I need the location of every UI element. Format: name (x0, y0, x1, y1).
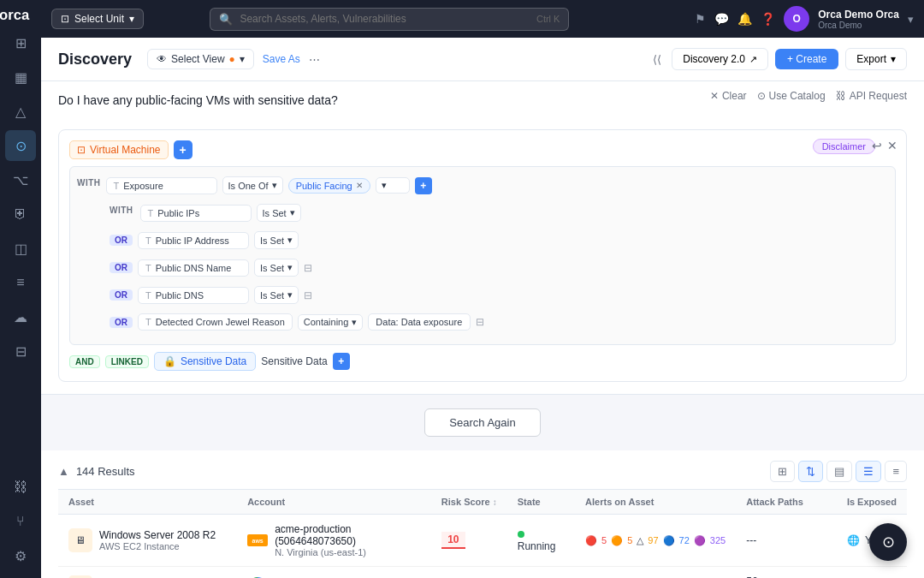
view-toggles: ⊞ ⇅ ▤ ☰ ≡ (770, 461, 907, 482)
crown-jewel-value[interactable]: Data: Data exposure (368, 313, 471, 331)
exposure-value-select[interactable]: ▾ (376, 177, 410, 194)
operator-chevron-icon: ▾ (287, 262, 293, 273)
sidebar-item-database[interactable]: ◫ (5, 233, 36, 264)
exposure-field[interactable]: T Exposure (106, 177, 217, 194)
remove-public-facing-button[interactable]: ✕ (356, 181, 363, 190)
filter-row: OR T Public IP Address Is Set ▾ (77, 229, 888, 252)
risk-score: 10 (441, 532, 465, 549)
monitor-icon: ⊡ (61, 13, 69, 25)
create-button[interactable]: + Create (775, 49, 838, 69)
floating-action-button[interactable]: ⊙ (869, 523, 907, 561)
global-search[interactable]: 🔍 Ctrl K (210, 8, 569, 31)
add-and-filter-button[interactable]: + (333, 353, 350, 370)
api-request-button[interactable]: ⛓ API Request (836, 90, 907, 102)
results-header: ▲ 144 Results ⊞ ⇅ ▤ ☰ ≡ (58, 450, 907, 490)
with-block: WITH T Exposure Is One Of ▾ Public Facin… (69, 166, 896, 345)
add-asset-type-button[interactable]: + (174, 140, 192, 159)
public-dns-operator[interactable]: Is Set ▾ (254, 286, 299, 304)
more-options-button[interactable]: ⋯ (309, 53, 320, 66)
sidebar-item-alerts[interactable]: △ (5, 96, 36, 127)
compare-view-button[interactable]: ⇅ (798, 461, 823, 482)
or-badge: OR (110, 289, 133, 301)
or-badge: OR (110, 235, 133, 246)
export-chevron-icon: ▾ (891, 53, 896, 65)
vm-icon: ⊡ (77, 144, 86, 156)
public-ips-field[interactable]: T Public IPs (140, 205, 252, 222)
collapse-results-button[interactable]: ▲ (58, 465, 69, 478)
sidebar-item-reports[interactable]: ≡ (5, 267, 36, 298)
operator-chevron-icon: ▾ (352, 317, 357, 328)
discovery-version-button[interactable]: Discovery 2.0 ↗ (672, 48, 768, 70)
alerts-cell: 🔴5 🟠5 △97 🔵72 🟣325 (585, 535, 726, 546)
text-icon: T (145, 263, 151, 273)
undo-button[interactable]: ↩ (872, 139, 882, 152)
sidebar-item-server[interactable]: ⊟ (5, 336, 36, 366)
exposure-operator[interactable]: Is One Of ▾ (222, 176, 283, 194)
query-question: Do I have any public-facing VMs with sen… (58, 93, 338, 107)
search-again-button[interactable]: Search Again (424, 408, 540, 437)
export-button[interactable]: Export ▾ (845, 48, 907, 70)
table-row[interactable]: 🖥 confluence-vm-win GCP Compute VM Insta… (58, 567, 907, 579)
query-actions: ✕ Clear ⊙ Use Catalog ⛓ API Request (710, 90, 907, 102)
svg-text:orca: orca (0, 7, 30, 23)
sidebar-item-search[interactable]: ⊙ (5, 130, 36, 161)
filter-row: OR T Public DNS Is Set ▾ ⊟ (77, 283, 888, 307)
public-ip-address-field[interactable]: T Public IP Address (138, 232, 249, 249)
operator-chevron-icon: ▾ (290, 207, 295, 218)
results-count: 144 Results (76, 465, 135, 478)
user-chevron-icon[interactable]: ▾ (908, 13, 914, 26)
avatar[interactable]: O (784, 6, 809, 32)
table-view-button[interactable]: ☰ (856, 461, 881, 482)
search-input[interactable] (240, 13, 530, 25)
user-info: Orca Demo Orca Orca Demo (818, 9, 899, 30)
help-icon[interactable]: ❓ (761, 12, 775, 26)
orange-icon: ● (229, 53, 235, 65)
chevron-icon: ▾ (240, 53, 245, 65)
page-header: Discovery 👁 Select View ● ▾ Save As ⋯ ⟨⟨… (41, 38, 924, 81)
x-icon: ✕ (710, 90, 719, 102)
alert-icon: 🔴 (585, 535, 597, 546)
sidebar-item-shield[interactable]: ⛨ (5, 199, 36, 229)
unit-select-label: Select Unit (74, 13, 124, 25)
public-dns-name-operator[interactable]: Is Set ▾ (254, 259, 299, 277)
public-ips-operator[interactable]: Is Set ▾ (257, 204, 301, 222)
card-view-button[interactable]: ▤ (826, 461, 852, 482)
bell-icon[interactable]: 🔔 (737, 12, 752, 26)
sidebar-item-cloud[interactable]: ☁ (5, 301, 36, 332)
crown-jewel-operator[interactable]: Containing ▾ (298, 314, 364, 331)
filter-close-button[interactable]: ✕ (887, 139, 897, 152)
text-icon: T (145, 317, 151, 327)
table-row[interactable]: 🖥 Windows Server 2008 R2 AWS EC2 Instanc… (58, 515, 907, 567)
grid-view-button[interactable]: ⊞ (770, 461, 795, 482)
main-content: ⊡ Select Unit ▾ 🔍 Ctrl K ⚑ 💬 🔔 ❓ O Orca … (41, 0, 924, 578)
public-dns-name-field[interactable]: T Public DNS Name (138, 259, 249, 277)
public-facing-tag: Public Facing ✕ (288, 178, 370, 194)
compact-view-button[interactable]: ≡ (885, 461, 907, 482)
save-as-button[interactable]: Save As (263, 53, 300, 65)
sidebar-item-link[interactable]: ⛓ (5, 472, 36, 503)
crown-jewel-field[interactable]: T Detected Crown Jewel Reason (138, 313, 293, 331)
asset-cell: 🖥 Windows Server 2008 R2 AWS EC2 Instanc… (68, 528, 227, 552)
sidebar-item-code[interactable]: ⌥ (5, 164, 36, 195)
unit-select-button[interactable]: ⊡ Select Unit ▾ (51, 9, 144, 29)
alerts-column-header: Alerts on Asset (575, 490, 736, 515)
sensitive-data-icon: 🔒 (163, 355, 176, 367)
sidebar-item-home[interactable]: ⊞ (5, 27, 36, 58)
chat-icon[interactable]: 💬 (714, 12, 729, 26)
sidebar-item-branch[interactable]: ⑂ (5, 506, 36, 537)
filter-builder: ⊡ Virtual Machine + Disclaimer ↩ ✕ WITH … (58, 129, 907, 382)
add-filter-row-button[interactable]: + (415, 177, 432, 194)
public-dns-field[interactable]: T Public DNS (138, 287, 249, 304)
public-ip-address-operator[interactable]: Is Set ▾ (254, 231, 299, 249)
flag-icon[interactable]: ⚑ (695, 12, 706, 26)
text-icon: T (148, 208, 154, 218)
orca-logo: orca (0, 7, 42, 24)
clear-button[interactable]: ✕ Clear (710, 90, 747, 102)
results-section: ▲ 144 Results ⊞ ⇅ ▤ ☰ ≡ Asset Account Ri… (41, 450, 924, 578)
use-catalog-button[interactable]: ⊙ Use Catalog (757, 90, 826, 102)
operator-chevron-icon: ▾ (287, 289, 293, 301)
collapse-button[interactable]: ⟨⟨ (649, 50, 665, 69)
sidebar-item-grid[interactable]: ▦ (5, 62, 36, 92)
select-view-button[interactable]: 👁 Select View ● ▾ (147, 49, 254, 69)
sidebar-item-settings[interactable]: ⚙ (5, 540, 36, 571)
